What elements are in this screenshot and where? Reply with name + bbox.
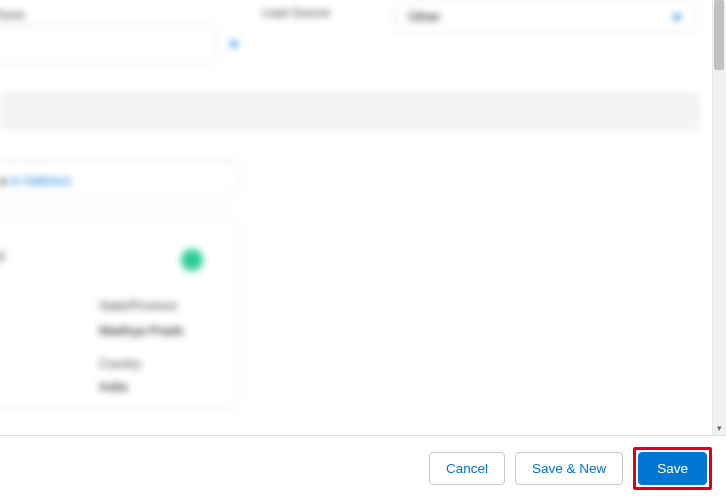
section-header [0, 92, 700, 130]
address-lookup-text: a in Address [0, 171, 71, 189]
form-body-blurred: Phone Lead Source Other a in Address [0, 0, 712, 435]
address-summary-line: y, [0, 247, 6, 262]
chevron-down-icon [672, 15, 682, 21]
phone-input[interactable] [0, 26, 215, 62]
address-map-panel: y, State/Province Madhya Prade Country I… [0, 218, 238, 408]
phone-field-label: Phone [0, 8, 25, 22]
modal-footer: Cancel Save & New Save [0, 435, 726, 500]
lead-source-label: Lead Source [262, 6, 330, 20]
cancel-button[interactable]: Cancel [429, 452, 505, 485]
country-value: India [99, 379, 127, 394]
save-button[interactable]: Save [638, 452, 707, 485]
modal-viewport: Phone Lead Source Other a in Address [0, 0, 726, 500]
map-pin-icon [181, 249, 203, 271]
vertical-scrollbar[interactable]: ▾ [712, 0, 726, 435]
scrollbar-thumb[interactable] [714, 0, 724, 70]
scrollbar-down-arrow-icon[interactable]: ▾ [714, 423, 724, 433]
save-and-new-button[interactable]: Save & New [515, 452, 623, 485]
address-lookup-input[interactable]: a in Address [0, 161, 238, 197]
state-label: State/Province [99, 299, 177, 313]
form-scroll-area: Phone Lead Source Other a in Address [0, 0, 712, 435]
lead-source-select[interactable]: Other [395, 0, 695, 34]
country-label: Country [99, 357, 141, 371]
lead-source-value: Other [408, 9, 441, 24]
save-button-highlight: Save [633, 447, 712, 490]
chevron-down-icon [229, 42, 239, 48]
state-value: Madhya Prade [99, 323, 184, 338]
